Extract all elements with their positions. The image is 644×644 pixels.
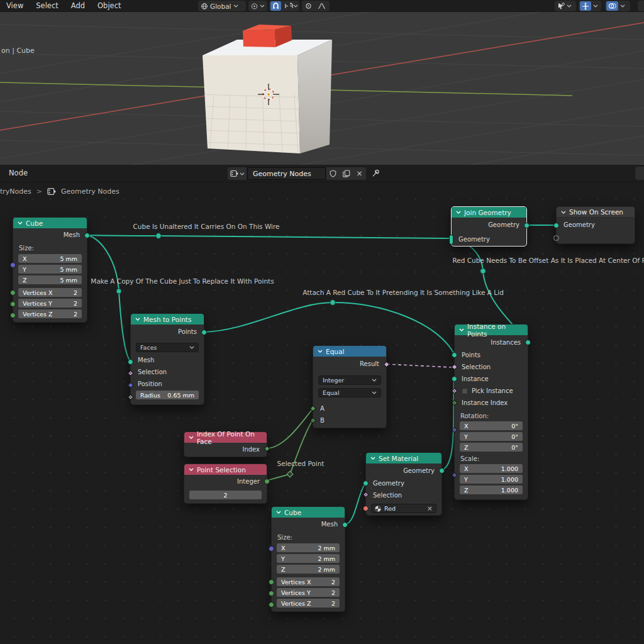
material-field[interactable]: Red ×: [371, 504, 436, 513]
proportional-falloff-dropdown[interactable]: [316, 1, 328, 11]
snap-target-dropdown[interactable]: [283, 1, 300, 11]
menu-object[interactable]: Object: [91, 1, 127, 10]
proportional-edit-toggle[interactable]: [303, 1, 314, 11]
socket-mesh-input[interactable]: [128, 359, 133, 365]
value-field[interactable]: X1.000: [460, 464, 523, 473]
viewport-scene[interactable]: [0, 12, 644, 165]
socket-mesh-output[interactable]: [84, 233, 90, 238]
socket-vertices-z-input[interactable]: [269, 602, 274, 608]
toolbar-partial-button[interactable]: [638, 1, 644, 11]
header-partial-button[interactable]: [635, 167, 644, 180]
socket-geometry-multi-input[interactable]: [449, 235, 453, 245]
node-header[interactable]: Join Geometry: [452, 207, 526, 218]
cube-object[interactable]: [200, 40, 332, 153]
socket-geometry-output[interactable]: [439, 468, 445, 474]
menu-select[interactable]: Select: [30, 1, 64, 10]
unlink-button[interactable]: ×: [353, 167, 366, 180]
breadcrumb-parent[interactable]: tryNodes: [0, 187, 31, 196]
socket-points-input[interactable]: [452, 352, 457, 358]
value-field[interactable]: Z0°: [460, 443, 523, 452]
socket-rotation-input[interactable]: [451, 426, 457, 433]
socket-vertices-x-input[interactable]: [10, 290, 16, 296]
socket-geometry-output[interactable]: [524, 223, 530, 228]
transform-orientation-dropdown[interactable]: Global: [198, 1, 246, 11]
node-tree-name-field[interactable]: Geometry Nodes: [247, 167, 326, 180]
value-field[interactable]: Vertices X2: [18, 288, 82, 297]
socket-points-output[interactable]: [201, 330, 207, 335]
socket-vertices-z-input[interactable]: [10, 313, 16, 318]
value-field[interactable]: Vertices Y2: [277, 588, 340, 597]
new-copy-button[interactable]: [340, 167, 353, 180]
node-cube-top[interactable]: Cube Mesh Size: X5 mm Y5 mm Z5 mm Vertic…: [13, 217, 87, 323]
node-point-selection[interactable]: Point Selection Integer 2: [184, 464, 267, 504]
menu-add[interactable]: Add: [65, 1, 91, 10]
node-set-material[interactable]: Set Material Geometry Geometry Selection…: [365, 452, 442, 516]
show-gizmo-dropdown[interactable]: [555, 1, 576, 11]
value-field[interactable]: Y1.000: [460, 475, 523, 484]
node-show-on-screen[interactable]: Show On Screen Geometry: [556, 206, 635, 244]
3d-viewport[interactable]: View Select Add Object Global: [0, 0, 644, 165]
fake-user-shield-button[interactable]: [326, 167, 340, 180]
socket-geometry-input[interactable]: [363, 480, 369, 486]
socket-size-input[interactable]: [269, 546, 274, 552]
node-index-of-point-on-face[interactable]: Index Of Point On Face Index: [184, 431, 267, 457]
value-field[interactable]: Z5 mm: [18, 275, 82, 284]
socket-radius-input[interactable]: [127, 394, 133, 400]
overlays-toggle-button[interactable]: [606, 1, 618, 11]
node-canvas[interactable]: tryNodes > Geometry Nodes: [0, 182, 644, 644]
socket-vertices-y-input[interactable]: [269, 591, 274, 596]
node-header[interactable]: Point Selection: [184, 464, 267, 475]
node-equal[interactable]: Equal Result Integer Equal A B: [313, 345, 387, 428]
value-field[interactable]: Vertices X2: [277, 577, 340, 586]
pin-icon[interactable]: [371, 169, 381, 179]
node-header[interactable]: Index Of Point On Face: [184, 432, 267, 443]
value-field[interactable]: Vertices Z2: [277, 599, 340, 608]
node-tree-browse-button[interactable]: [228, 167, 247, 180]
value-field[interactable]: X5 mm: [18, 254, 82, 263]
gizmos-toggle-button[interactable]: [580, 1, 591, 11]
chevron-down-icon: [620, 4, 625, 8]
socket-geometry-input[interactable]: [553, 223, 559, 228]
operation-dropdown[interactable]: Equal: [318, 388, 381, 397]
node-instance-on-points[interactable]: Instance on Points Instances Points Sele…: [454, 324, 528, 500]
node-header[interactable]: Show On Screen: [557, 207, 635, 218]
data-type-dropdown[interactable]: Integer: [318, 375, 381, 385]
menu-view[interactable]: View: [0, 1, 30, 10]
value-field[interactable]: Y5 mm: [18, 265, 82, 274]
pick-instance-checkbox[interactable]: [462, 388, 468, 394]
node-mesh-to-points[interactable]: Mesh to Points Points Faces Mesh Selecti…: [130, 313, 204, 405]
socket-material-input[interactable]: [363, 506, 369, 511]
socket-vertices-y-input[interactable]: [10, 301, 16, 307]
snap-toggle-button[interactable]: [270, 1, 281, 11]
value-field[interactable]: Vertices Y2: [18, 299, 82, 308]
value-field[interactable]: X0°: [460, 421, 523, 430]
node-header[interactable]: Mesh to Points: [131, 314, 204, 325]
socket-vertices-x-input[interactable]: [269, 579, 274, 585]
socket-integer-output[interactable]: [264, 479, 270, 484]
node-header[interactable]: Equal: [313, 346, 386, 357]
value-field[interactable]: Vertices Z2: [18, 309, 82, 318]
radius-field[interactable]: Radius0.65 mm: [136, 391, 199, 399]
node-header[interactable]: Instance on Points: [455, 325, 528, 335]
socket-scale-input[interactable]: [451, 472, 457, 478]
mode-dropdown[interactable]: Faces: [136, 343, 199, 352]
socket-size-input[interactable]: [10, 262, 16, 268]
node-header[interactable]: Cube: [272, 507, 345, 518]
socket-instances-output[interactable]: [525, 340, 531, 345]
menu-node[interactable]: Node: [9, 169, 28, 177]
pivot-point-dropdown[interactable]: [248, 1, 267, 11]
node-header[interactable]: Cube: [13, 218, 87, 228]
value-field[interactable]: Y2 mm: [277, 554, 340, 563]
value-field[interactable]: 2: [189, 491, 262, 499]
node-join-geometry[interactable]: Join Geometry Geometry Geometry: [451, 206, 527, 247]
value-field[interactable]: Z2 mm: [277, 565, 340, 574]
socket-virtual-input[interactable]: [553, 235, 559, 241]
material-unlink-icon[interactable]: ×: [427, 505, 433, 512]
value-field[interactable]: Y0°: [460, 432, 523, 441]
node-header[interactable]: Set Material: [366, 453, 441, 464]
value-field[interactable]: Z1.000: [460, 486, 523, 494]
socket-instance-input[interactable]: [452, 376, 457, 382]
node-cube-bottom[interactable]: Cube Mesh Size: X2 mm Y2 mm Z2 mm Vertic…: [271, 506, 345, 612]
socket-mesh-output[interactable]: [342, 522, 348, 528]
value-field[interactable]: X2 mm: [277, 543, 340, 552]
